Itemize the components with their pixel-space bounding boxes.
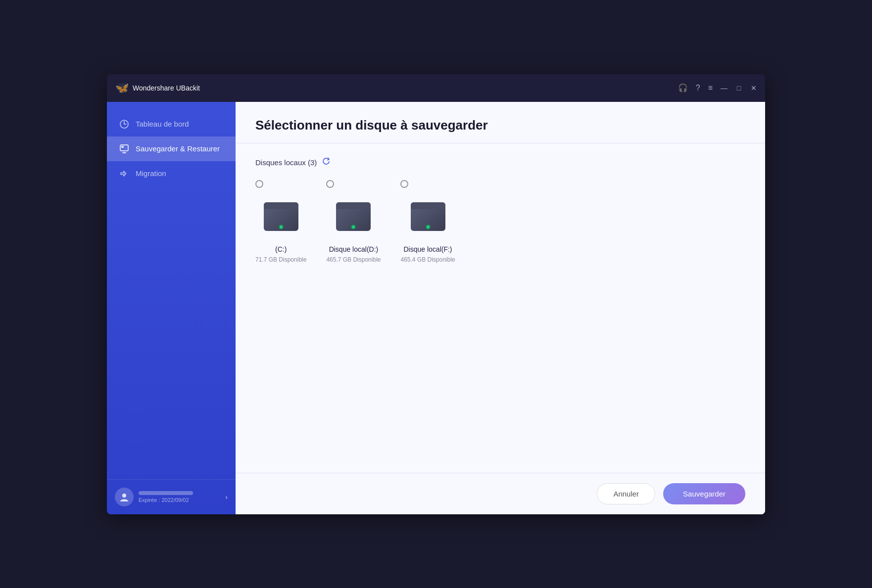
sidebar-item-label-migration: Migration xyxy=(136,169,166,178)
disk-radio-row-c xyxy=(255,180,263,188)
support-icon[interactable]: 🎧 xyxy=(678,83,688,92)
disk-icon-c xyxy=(256,193,306,242)
disk-item-d[interactable]: Disque local(D:) 465.7 GB Disponible xyxy=(326,180,381,263)
svg-rect-2 xyxy=(121,146,124,148)
user-expiry: Expirée : 2022/09/02 xyxy=(139,497,220,503)
help-icon[interactable]: ? xyxy=(696,84,700,92)
sidebar-item-label-dashboard: Tableau de bord xyxy=(136,120,189,128)
content-footer: Annuler Sauvegarder xyxy=(236,473,765,514)
page-title: Sélectionner un disque à sauvegarder xyxy=(255,118,745,133)
sidebar-nav: Tableau de bord Sauvegarder & Restaurer xyxy=(107,102,236,479)
svg-point-20 xyxy=(427,226,430,228)
disk-space-f: 465.4 GB Disponible xyxy=(400,256,455,263)
save-button[interactable]: Sauvegarder xyxy=(663,483,745,504)
user-license-bar xyxy=(139,491,193,495)
app-body: Tableau de bord Sauvegarder & Restaurer xyxy=(107,102,765,514)
disk-radio-d[interactable] xyxy=(326,180,334,188)
maximize-button[interactable]: □ xyxy=(735,85,742,91)
disk-radio-row-d xyxy=(326,180,334,188)
disk-radio-c[interactable] xyxy=(255,180,263,188)
section-title: Disques locaux (3) xyxy=(255,158,317,167)
content-body: Disques locaux (3) xyxy=(236,143,765,473)
menu-icon[interactable]: ≡ xyxy=(708,84,713,92)
svg-point-5 xyxy=(122,494,126,498)
sidebar-item-backup[interactable]: Sauvegarder & Restaurer xyxy=(107,136,236,161)
disk-radio-f[interactable] xyxy=(400,180,408,188)
svg-point-10 xyxy=(280,226,283,228)
user-arrow-icon: › xyxy=(225,493,228,501)
disk-grid: (C:) 71.7 GB Disponible xyxy=(255,180,745,263)
close-button[interactable]: ✕ xyxy=(750,85,757,91)
disk-icon-d xyxy=(329,193,378,242)
migration-icon xyxy=(119,168,130,179)
logo-icon: 🦋 xyxy=(115,81,129,95)
disk-item-f[interactable]: Disque local(F:) 465.4 GB Disponible xyxy=(400,180,455,263)
disk-icon-f xyxy=(403,193,453,242)
svg-rect-13 xyxy=(336,206,371,209)
window-controls: 🎧 ? ≡ — □ ✕ xyxy=(678,83,757,92)
disk-name-c: (C:) xyxy=(275,245,287,253)
app-window: 🦋 Wondershare UBackit 🎧 ? ≡ — □ ✕ xyxy=(107,74,765,514)
sidebar-item-migration[interactable]: Migration xyxy=(107,161,236,186)
main-content: Sélectionner un disque à sauvegarder Dis… xyxy=(236,102,765,514)
disk-name-d: Disque local(D:) xyxy=(329,245,379,253)
disk-radio-row-f xyxy=(400,180,408,188)
svg-point-15 xyxy=(352,226,355,228)
dashboard-icon xyxy=(119,119,130,130)
disk-space-d: 465.7 GB Disponible xyxy=(326,256,381,263)
user-section[interactable]: Expirée : 2022/09/02 › xyxy=(107,479,236,514)
disk-name-f: Disque local(F:) xyxy=(404,245,452,253)
svg-rect-18 xyxy=(411,206,445,209)
backup-icon xyxy=(119,143,130,154)
sidebar-item-label-backup: Sauvegarder & Restaurer xyxy=(136,144,220,153)
minimize-button[interactable]: — xyxy=(721,85,727,91)
disk-item-c[interactable]: (C:) 71.7 GB Disponible xyxy=(255,180,306,263)
section-header: Disques locaux (3) xyxy=(255,157,745,168)
cancel-button[interactable]: Annuler xyxy=(597,483,655,504)
app-name: Wondershare UBackit xyxy=(133,84,200,92)
user-info: Expirée : 2022/09/02 xyxy=(139,491,220,503)
content-header: Sélectionner un disque à sauvegarder xyxy=(236,102,765,143)
svg-rect-8 xyxy=(264,206,298,209)
user-avatar xyxy=(115,488,134,506)
sidebar: Tableau de bord Sauvegarder & Restaurer xyxy=(107,102,236,514)
app-logo: 🦋 Wondershare UBackit xyxy=(115,81,200,95)
refresh-icon[interactable] xyxy=(322,157,331,168)
title-bar: 🦋 Wondershare UBackit 🎧 ? ≡ — □ ✕ xyxy=(107,74,765,102)
sidebar-item-dashboard[interactable]: Tableau de bord xyxy=(107,112,236,136)
svg-rect-1 xyxy=(120,145,128,151)
disk-space-c: 71.7 GB Disponible xyxy=(255,256,306,263)
butterfly-icon: 🦋 xyxy=(115,82,129,94)
